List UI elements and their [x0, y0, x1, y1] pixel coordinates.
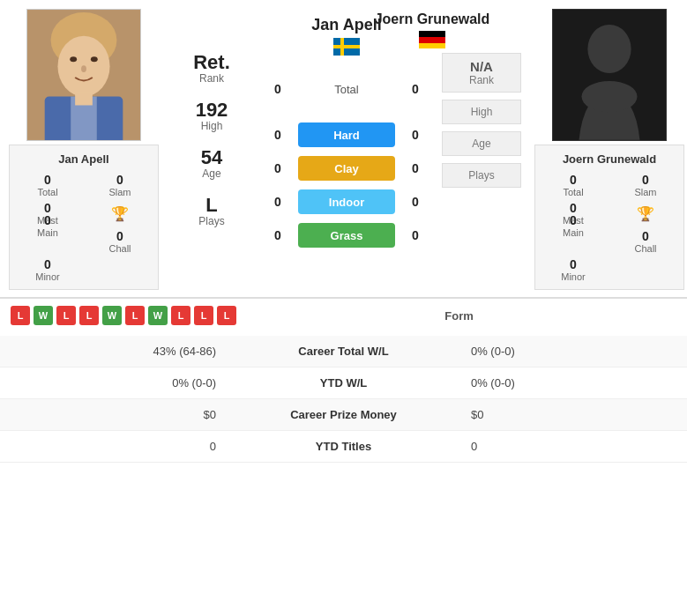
left-plays-block: L Plays — [198, 196, 224, 227]
clay-button[interactable]: Clay — [298, 156, 395, 181]
right-player-photo — [552, 9, 667, 141]
career-prize-label: Career Prize Money — [227, 399, 460, 431]
ytd-titles-row: 0 YTD Titles 0 — [0, 431, 687, 463]
left-slam-stat: 0 Slam — [87, 173, 153, 197]
left-center-stats: Ret. Rank 192 High 54 Age L Plays — [159, 9, 265, 290]
right-player-column: Joern Grunewald 0 Total 0 Slam 0 Mast — [534, 9, 684, 290]
right-minor-stat: 0 Minor — [541, 257, 606, 282]
left-high-block: 192 High — [196, 100, 228, 132]
right-high-label: High — [460, 106, 503, 118]
form-badge-w: W — [34, 306, 53, 325]
career-total-left: 43% (64-86) — [0, 336, 227, 367]
stats-table: 43% (64-86) Career Total W/L 0% (0-0) 0%… — [0, 336, 687, 463]
right-trophy-icon: 🏆 — [637, 205, 654, 222]
form-badge-l: L — [171, 306, 190, 325]
right-clay-score: 0 — [402, 161, 429, 175]
flag-red-stripe — [419, 37, 445, 43]
ytd-titles-left: 0 — [0, 431, 227, 463]
ytd-wl-right: 0% (0-0) — [460, 367, 687, 399]
right-trophy-icon-container: 🏆 — [613, 201, 678, 226]
right-total-score: 0 — [402, 82, 429, 96]
right-chall-value: 0 — [642, 229, 649, 243]
left-total-stat: 0 Total — [15, 173, 80, 197]
right-player-name-top-container: Joern Grunewald — [344, 11, 520, 48]
right-slam-label: Slam — [634, 187, 656, 197]
left-player-name: Jan Apell — [15, 152, 153, 166]
form-badge-l: L — [217, 306, 236, 325]
form-badge-w: W — [102, 306, 122, 325]
ytd-wl-left: 0% (0-0) — [0, 367, 227, 399]
right-total-stat: 0 Total — [541, 173, 606, 197]
svg-point-3 — [70, 56, 77, 62]
career-total-row: 43% (64-86) Career Total W/L 0% (0-0) — [0, 336, 687, 367]
total-row: 0 Total 0 — [265, 82, 429, 96]
right-minor-value: 0 — [570, 257, 577, 271]
right-high-block: High — [442, 100, 521, 124]
left-trophy-icon-container: 🏆 — [87, 201, 153, 226]
right-grass-score: 0 — [402, 228, 429, 242]
left-slam-label: Slam — [108, 187, 131, 197]
form-badges-container: LWLLWLWLLL — [11, 306, 236, 325]
right-chall-stat: 0 Chall — [613, 229, 678, 254]
form-badge-l: L — [11, 306, 30, 325]
indoor-row: 0 Indoor 0 — [265, 189, 429, 214]
form-badge-l: L — [79, 306, 99, 325]
svg-point-4 — [91, 56, 98, 62]
clay-row: 0 Clay 0 — [265, 156, 429, 181]
right-plays-block: Plays — [442, 163, 521, 188]
left-player-info: Jan Apell 0 Total 0 Slam 0 Mast — [9, 145, 159, 290]
right-flag-container — [344, 31, 520, 48]
left-rank-block: Ret. Rank — [193, 53, 230, 85]
left-total-score: 0 — [265, 82, 291, 96]
left-minor-value: 0 — [44, 257, 51, 271]
right-chall-label: Chall — [634, 243, 656, 254]
left-chall-label: Chall — [108, 243, 131, 254]
hard-button[interactable]: Hard — [298, 122, 395, 147]
svg-point-10 — [587, 25, 631, 73]
left-clay-score: 0 — [265, 161, 291, 175]
right-player-info: Joern Grunewald 0 Total 0 Slam 0 Mast — [534, 145, 684, 290]
career-total-right: 0% (0-0) — [460, 336, 687, 367]
left-main-label: Main — [37, 227, 58, 238]
career-prize-row: $0 Career Prize Money $0 — [0, 399, 687, 431]
form-badge-w: W — [148, 306, 168, 325]
left-age-value: 54 — [201, 148, 222, 167]
right-slam-stat: 0 Slam — [613, 173, 678, 197]
ytd-titles-label: YTD Titles — [227, 431, 460, 463]
svg-point-11 — [581, 81, 637, 112]
flag-black-stripe — [419, 31, 445, 37]
middle-section: Jan Apell 0 Total 0 0 Hard 0 0 Clay 0 — [265, 9, 429, 290]
right-hard-score: 0 — [402, 128, 429, 142]
right-minor-label: Minor — [561, 271, 586, 282]
right-player-name: Joern Grunewald — [541, 152, 678, 166]
left-trophy-icon: 🏆 — [111, 205, 129, 222]
right-player-name-top: Joern Grunewald — [344, 11, 520, 27]
form-label: Form — [444, 309, 474, 323]
left-chall-value: 0 — [116, 229, 123, 243]
left-minor-label: Minor — [35, 271, 60, 282]
left-hard-score: 0 — [265, 128, 291, 142]
right-rank-block: N/A Rank — [442, 53, 521, 93]
left-player-photo — [26, 9, 141, 141]
total-label: Total — [298, 83, 395, 96]
left-indoor-score: 0 — [265, 195, 291, 209]
left-age-block: 54 Age — [201, 148, 222, 180]
grass-row: 0 Grass 0 — [265, 223, 429, 248]
form-badge-l: L — [125, 306, 145, 325]
ytd-titles-right: 0 — [460, 431, 687, 463]
right-rank-value: N/A — [460, 59, 503, 74]
career-prize-right: $0 — [460, 399, 687, 431]
career-prize-left: $0 — [0, 399, 227, 431]
flag-gold-stripe — [419, 43, 445, 49]
svg-rect-8 — [75, 93, 93, 106]
career-total-label: Career Total W/L — [227, 336, 460, 367]
left-player-column: Jan Apell 0 Total 0 Slam 0 Mast — [9, 9, 159, 290]
grass-button[interactable]: Grass — [298, 223, 395, 248]
left-high-value: 192 — [196, 100, 228, 120]
left-minor-stat: 0 Minor — [15, 257, 80, 282]
left-main-stat: 0 Main — [15, 213, 80, 254]
right-indoor-score: 0 — [402, 195, 429, 209]
form-badge-l: L — [56, 306, 76, 325]
form-badge-l: L — [194, 306, 213, 325]
indoor-button[interactable]: Indoor — [298, 189, 395, 214]
